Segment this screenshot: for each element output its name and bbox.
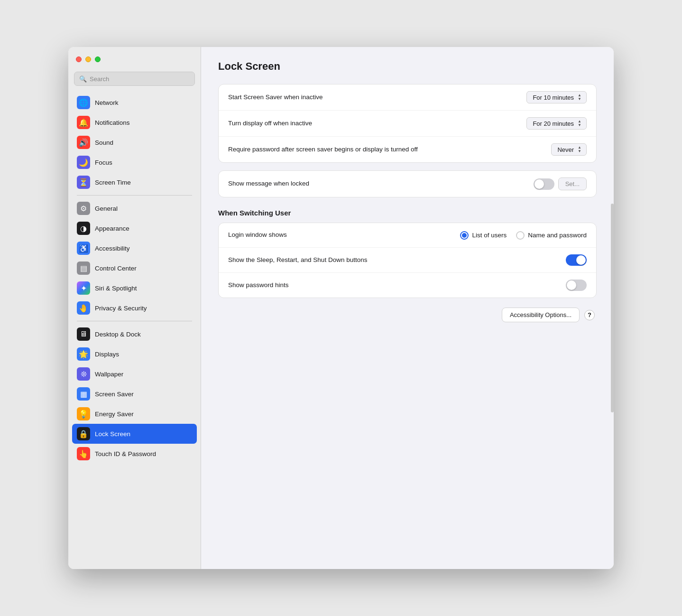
sidebar-label-general: General [95,205,118,212]
sidebar-item-general[interactable]: ⚙General [72,198,197,218]
sidebar-label-siri: Siri & Spotlight [95,285,137,292]
search-placeholder: Search [90,75,109,83]
sidebar-item-focus[interactable]: 🌙Focus [72,152,197,172]
radio-list-of-users[interactable]: List of users [460,231,507,240]
sidebar-item-appearance[interactable]: ◑Appearance [72,218,197,238]
require-password-stepper[interactable]: Never ▲ ▼ [551,143,587,156]
touchid-icon: 👆 [77,447,90,460]
wallpaper-icon: ❊ [77,367,90,381]
accessibility-icon: ♿ [77,242,90,255]
accessibility-options-button[interactable]: Accessibility Options... [502,308,580,322]
sidebar-label-sound: Sound [95,139,113,146]
close-button[interactable] [76,56,82,62]
sidebar-label-touchid: Touch ID & Password [95,450,156,457]
sidebar-label-displays: Displays [95,351,119,358]
privacy-icon: 🤚 [77,301,90,315]
sidebar-label-screentime: Screen Time [95,179,131,186]
displays-icon: 🌟 [77,347,90,361]
sleep-restart-control [566,254,587,266]
screen-saver-value: For 10 minutes [533,94,574,101]
focus-icon: 🌙 [77,156,90,169]
search-box[interactable]: 🔍 Search [74,72,195,86]
sidebar-label-energysaver: Energy Saver [95,411,134,418]
desktop-icon: 🖥 [77,327,90,341]
sidebar-item-energysaver[interactable]: 💡Energy Saver [72,404,197,424]
login-window-options: List of users Name and password [460,231,587,240]
require-password-row: Require password after screen saver begi… [219,137,596,162]
sidebar-item-screensaver[interactable]: ▦Screen Saver [72,384,197,404]
switching-user-card: Login window shows List of users Name an… [218,223,597,298]
app-window: 🔍 Search 🌐Network🔔Notifications🔊Sound🌙Fo… [68,47,614,569]
sleep-restart-label: Show the Sleep, Restart, and Shut Down b… [228,256,566,265]
sidebar-label-privacy: Privacy & Security [95,305,147,312]
sidebar-item-sound[interactable]: 🔊Sound [72,132,197,152]
sidebar-item-lockscreen[interactable]: 🔒Lock Screen [72,424,197,444]
login-window-row: Login window shows List of users Name an… [219,223,596,248]
general-icon: ⚙ [77,202,90,215]
help-button[interactable]: ? [584,310,595,320]
energysaver-icon: 💡 [77,407,90,420]
notifications-icon: 🔔 [77,116,90,129]
screen-saver-control[interactable]: For 10 minutes ▲ ▼ [526,91,587,103]
sidebar-item-wallpaper[interactable]: ❊Wallpaper [72,364,197,384]
radio-name-password[interactable]: Name and password [516,231,587,240]
sidebar-label-focus: Focus [95,159,112,166]
stepper-arrows-2: ▲ ▼ [578,120,581,127]
sidebar-label-notifications: Notifications [95,119,130,126]
radio-inner [462,233,467,238]
sidebar-label-controlcenter: Control Center [95,265,137,272]
sidebar-item-notifications[interactable]: 🔔Notifications [72,112,197,132]
sidebar-item-network[interactable]: 🌐Network [72,93,197,112]
password-hints-label: Show password hints [228,281,566,290]
password-hints-toggle[interactable] [566,280,587,291]
show-message-row: Show message when locked Set... [219,171,596,197]
login-window-label: Login window shows [228,231,460,240]
sidebar-item-touchid[interactable]: 👆Touch ID & Password [72,444,197,464]
screen-saver-stepper[interactable]: For 10 minutes ▲ ▼ [526,91,587,103]
display-off-value: For 20 minutes [533,120,574,127]
password-hints-row: Show password hints [219,273,596,298]
radio-list-circle [460,231,469,240]
controlcenter-icon: ▤ [77,261,90,275]
sidebar-item-screentime[interactable]: ⏳Screen Time [72,172,197,192]
switching-user-heading: When Switching User [218,209,597,217]
sidebar-label-network: Network [95,99,119,106]
radio-list-label: List of users [472,232,507,239]
set-button[interactable]: Set... [558,177,587,190]
siri-icon: ✦ [77,281,90,295]
sidebar-item-privacy[interactable]: 🤚Privacy & Security [72,298,197,318]
sleep-restart-row: Show the Sleep, Restart, and Shut Down b… [219,248,596,273]
sidebar-item-desktop[interactable]: 🖥Desktop & Dock [72,324,197,344]
scrollbar[interactable] [611,204,614,412]
sidebar-label-screensaver: Screen Saver [95,391,134,398]
require-password-control[interactable]: Never ▲ ▼ [551,143,587,156]
sidebar-item-controlcenter[interactable]: ▤Control Center [72,258,197,278]
password-hints-control [566,280,587,291]
stepper-arrows-3: ▲ ▼ [578,146,581,153]
sidebar-item-displays[interactable]: 🌟Displays [72,344,197,364]
search-icon: 🔍 [79,75,87,83]
screensaver-icon: ▦ [77,387,90,401]
show-message-toggle[interactable] [534,178,554,190]
sleep-restart-toggle[interactable] [566,254,587,266]
display-off-label: Turn display off when inactive [228,119,526,128]
sidebar-item-accessibility[interactable]: ♿Accessibility [72,238,197,258]
maximize-button[interactable] [95,56,101,62]
minimize-button[interactable] [85,56,91,62]
require-password-label: Require password after screen saver begi… [228,145,551,154]
screen-saver-row: Start Screen Saver when inactive For 10 … [219,84,596,111]
sound-icon: 🔊 [77,136,90,149]
main-content: Lock Screen Start Screen Saver when inac… [201,47,614,569]
show-message-label: Show message when locked [228,179,534,188]
toggle-knob [535,179,544,189]
sidebar-label-wallpaper: Wallpaper [95,371,123,378]
sidebar-item-siri[interactable]: ✦Siri & Spotlight [72,278,197,298]
top-settings-card: Start Screen Saver when inactive For 10 … [218,84,597,163]
screentime-icon: ⏳ [77,176,90,189]
page-title: Lock Screen [218,60,597,73]
display-off-stepper[interactable]: For 20 minutes ▲ ▼ [526,117,587,130]
titlebar [68,47,201,72]
radio-name-circle [516,231,525,240]
display-off-row: Turn display off when inactive For 20 mi… [219,111,596,137]
display-off-control[interactable]: For 20 minutes ▲ ▼ [526,117,587,130]
